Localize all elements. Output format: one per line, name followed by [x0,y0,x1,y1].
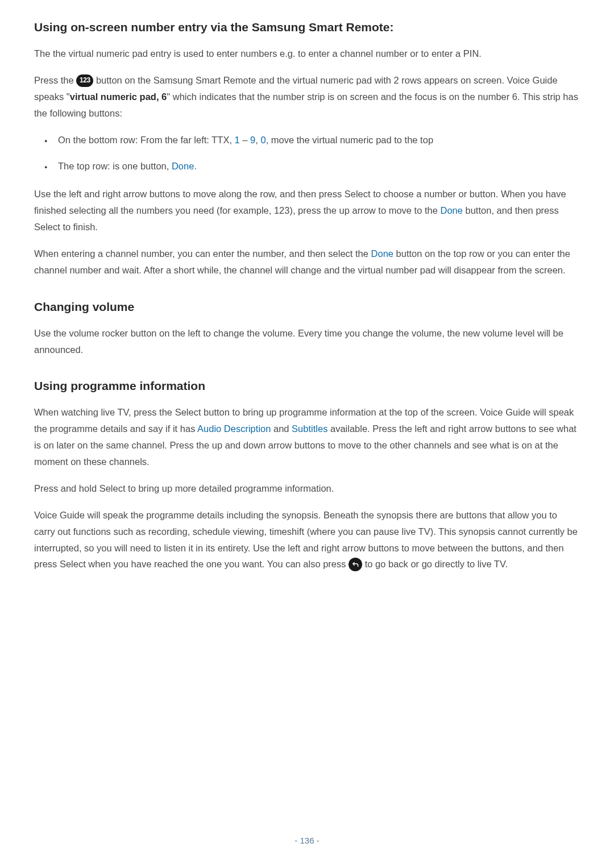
page-number: - 136 - [0,836,614,845]
list-item: The top row: is one button, Done. [58,158,580,175]
section-heading-volume: Changing volume [34,300,580,314]
text: and [271,423,292,434]
number-pad-123-icon: 123 [76,74,93,87]
text: When entering a channel number, you can … [34,248,371,259]
text: , move the virtual numeric pad to the to… [266,135,433,145]
text: On the bottom row: From the far left: TT… [58,135,235,145]
text: Press the [34,75,76,85]
paragraph: Press and hold Select to bring up more d… [34,480,580,497]
ui-label: 0 [260,135,265,145]
bold-text: virtual numeric pad, 6 [70,92,167,102]
text: The top row: is one button, [58,161,172,171]
text: to go back or go directly to live TV. [362,559,508,569]
paragraph: Use the left and right arrow buttons to … [34,186,580,235]
paragraph: Voice Guide will speak the programme det… [34,507,580,573]
section-heading-programme-info: Using programme information [34,379,580,393]
ui-label: Done [371,248,393,259]
ui-label: Audio Description [197,423,271,434]
paragraph: Use the volume rocker button on the left… [34,325,580,358]
text: . [194,161,197,171]
paragraph: Press the 123 button on the Samsung Smar… [34,72,580,122]
ui-label: Done [440,205,462,215]
text: – [240,135,250,145]
ui-label: 1 [235,135,240,145]
back-return-icon [349,558,362,571]
section-heading-numeric-entry: Using on-screen number entry via the Sam… [34,20,580,34]
paragraph: When entering a channel number, you can … [34,246,580,279]
ui-label: 9 [250,135,255,145]
paragraph: The the virtual numeric pad entry is use… [34,45,580,62]
paragraph: When watching live TV, press the Select … [34,404,580,470]
bullet-list: On the bottom row: From the far left: TT… [34,132,580,175]
ui-label: Done [172,161,194,171]
list-item: On the bottom row: From the far left: TT… [58,132,580,148]
ui-label: Subtitles [292,423,327,434]
